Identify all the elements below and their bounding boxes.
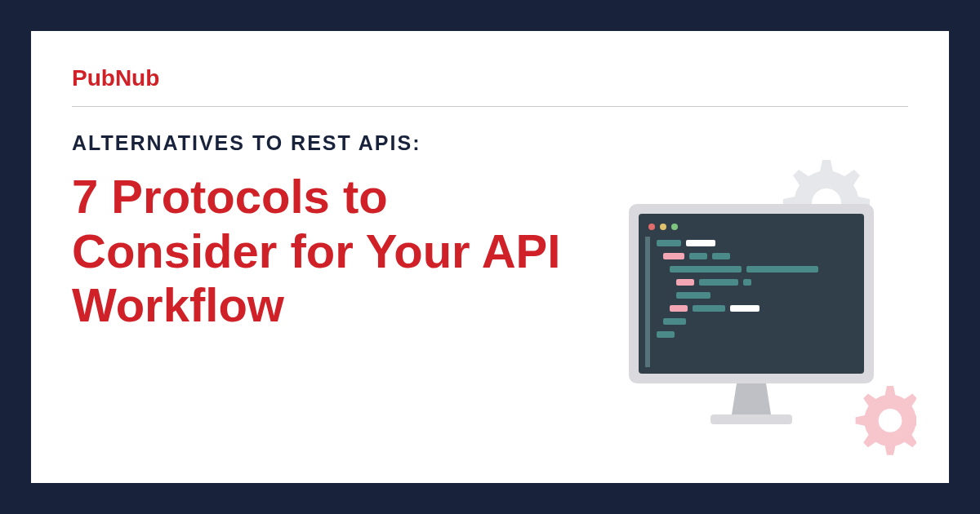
page-title: 7 Protocols to Consider for Your API Wor… — [72, 170, 595, 333]
svg-point-5 — [660, 224, 666, 230]
svg-point-1 — [879, 409, 902, 432]
content-card: PubNub ALTERNATIVES TO REST APIS: 7 Prot… — [31, 31, 949, 483]
svg-rect-19 — [670, 305, 688, 312]
monitor-icon — [629, 204, 874, 424]
divider — [72, 106, 908, 107]
svg-rect-13 — [670, 266, 742, 273]
svg-rect-23 — [657, 331, 675, 338]
svg-rect-17 — [743, 279, 751, 286]
brand-logo: PubNub — [72, 65, 908, 91]
gear-icon-pink — [856, 386, 916, 455]
svg-rect-18 — [676, 292, 710, 299]
svg-rect-11 — [689, 253, 707, 259]
svg-rect-24 — [710, 414, 792, 424]
svg-rect-3 — [639, 214, 864, 374]
monitor-illustration — [606, 145, 916, 455]
svg-point-6 — [671, 224, 678, 230]
svg-rect-20 — [693, 305, 725, 312]
svg-rect-12 — [712, 253, 730, 259]
svg-rect-15 — [676, 279, 694, 286]
svg-rect-9 — [686, 240, 715, 246]
svg-rect-10 — [663, 253, 684, 259]
svg-rect-8 — [657, 240, 681, 246]
svg-rect-21 — [730, 305, 760, 312]
svg-rect-14 — [746, 266, 818, 273]
svg-rect-16 — [699, 279, 738, 286]
svg-rect-7 — [645, 237, 650, 367]
svg-rect-22 — [663, 318, 686, 325]
svg-point-4 — [648, 224, 655, 230]
